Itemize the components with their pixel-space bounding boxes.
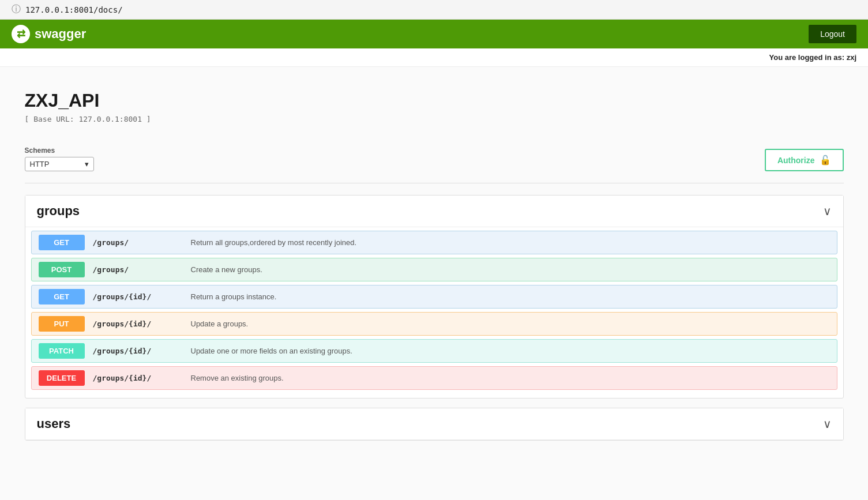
method-badge-get: GET (39, 235, 85, 250)
endpoint-put-groups-id[interactable]: PUT /groups/{id}/ Update a groups. (31, 312, 837, 336)
endpoint-path: /groups/{id}/ (93, 292, 185, 301)
schemes-label: Schemes (25, 146, 94, 155)
endpoint-delete-groups-id[interactable]: DELETE /groups/{id}/ Remove an existing … (31, 366, 837, 390)
login-info-bar: You are logged in as: zxj (0, 48, 868, 67)
endpoint-post-groups[interactable]: POST /groups/ Create a new groups. (31, 258, 837, 281)
endpoint-patch-groups-id[interactable]: PATCH /groups/{id}/ Update one or more f… (31, 339, 837, 363)
authorize-button[interactable]: Authorize 🔓 (765, 149, 844, 171)
endpoint-get-groups-id[interactable]: GET /groups/{id}/ Return a groups instan… (31, 285, 837, 309)
endpoint-path: /groups/{id}/ (93, 347, 185, 355)
groups-chevron-icon: ∨ (823, 204, 832, 218)
brand: ⇄ swagger (12, 25, 86, 43)
endpoint-get-groups[interactable]: GET /groups/ Return all groups,ordered b… (31, 231, 837, 254)
endpoint-desc: Return all groups,ordered by most recent… (191, 238, 357, 247)
authorize-label: Authorize (777, 156, 815, 165)
endpoint-path: /groups/{id}/ (93, 374, 185, 382)
api-base-url: [ Base URL: 127.0.0.1:8001 ] (25, 115, 844, 123)
users-section-header[interactable]: users ∨ (25, 408, 843, 440)
info-icon: ⓘ (12, 3, 21, 16)
topbar: ⇄ swagger Logout (0, 20, 868, 48)
logout-button[interactable]: Logout (809, 25, 856, 43)
endpoint-desc: Update one or more fields on an existing… (191, 347, 352, 355)
users-section: users ∨ (25, 408, 844, 441)
schemes-value: HTTP (30, 160, 50, 168)
endpoint-desc: Return a groups instance. (191, 292, 277, 301)
endpoint-path: /groups/{id}/ (93, 319, 185, 328)
users-section-title: users (37, 416, 71, 431)
users-chevron-icon: ∨ (823, 417, 832, 431)
endpoint-desc: Remove an existing groups. (191, 374, 284, 382)
endpoint-path: /groups/ (93, 238, 185, 247)
chevron-down-icon: ▾ (85, 160, 89, 168)
main-content: ZXJ_API [ Base URL: 127.0.0.1:8001 ] Sch… (13, 67, 855, 452)
groups-section: groups ∨ GET /groups/ Return all groups,… (25, 195, 844, 399)
logged-in-username: zxj (847, 53, 856, 62)
endpoint-desc: Update a groups. (191, 319, 249, 328)
groups-section-header[interactable]: groups ∨ (25, 196, 843, 227)
api-title: ZXJ_API (25, 90, 844, 111)
method-badge-patch: PATCH (39, 343, 85, 359)
method-badge-put: PUT (39, 316, 85, 332)
method-badge-post: POST (39, 262, 85, 277)
endpoint-path: /groups/ (93, 265, 185, 274)
swagger-icon: ⇄ (12, 25, 30, 43)
schemes-block: Schemes HTTP ▾ (25, 146, 94, 171)
login-info-text: You are logged in as: (769, 53, 845, 62)
method-badge-get: GET (39, 289, 85, 304)
api-title-block: ZXJ_API [ Base URL: 127.0.0.1:8001 ] (25, 78, 844, 141)
schemes-row: Schemes HTTP ▾ Authorize 🔓 (25, 141, 844, 183)
endpoint-desc: Create a new groups. (191, 265, 262, 274)
lock-icon: 🔓 (820, 155, 831, 166)
brand-label: swagger (35, 27, 86, 42)
schemes-select[interactable]: HTTP ▾ (25, 157, 94, 171)
url-text: 127.0.0.1:8001/docs/ (25, 5, 123, 14)
method-badge-delete: DELETE (39, 370, 85, 386)
groups-section-title: groups (37, 204, 80, 219)
address-bar: ⓘ 127.0.0.1:8001/docs/ (0, 0, 868, 20)
